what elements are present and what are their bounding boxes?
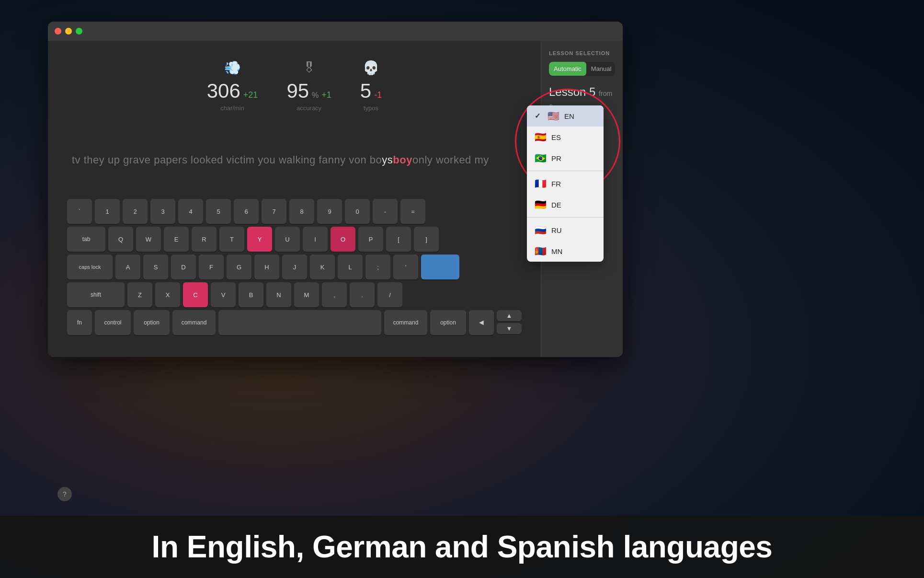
key-command-left[interactable]: command [172,310,216,335]
typed-text: tv they up grave papers looked victim yo… [72,151,382,168]
typos-number: 5 [360,80,371,103]
key-left[interactable]: ◄ [469,310,494,335]
future-text: only worked my [412,151,489,168]
key-comma[interactable]: , [322,282,347,307]
key-7[interactable]: 7 [262,199,286,224]
key-s[interactable]: S [143,254,168,279]
key-row-bottom: fn control option command command option… [67,310,522,335]
key-u[interactable]: U [275,227,300,252]
key-1[interactable]: 1 [95,199,120,224]
language-dropdown[interactable]: ✓ 🇺🇸 EN 🇪🇸 ES 🇧🇷 PR 🇫🇷 FR 🇩🇪 DE 🇷🇺 RU 🇲🇳… [527,105,604,262]
key-r[interactable]: R [192,227,217,252]
lang-es: ES [551,133,561,141]
key-0[interactable]: 0 [345,199,370,224]
lang-fr: FR [551,180,561,188]
maximize-button[interactable] [76,28,82,35]
key-o[interactable]: O [331,227,355,252]
speed-number: 306 [207,80,240,103]
minimize-button[interactable] [65,28,72,35]
key-lbracket[interactable]: [ [386,227,411,252]
accuracy-label: accuracy [297,104,321,112]
key-return[interactable] [421,254,459,279]
key-row-numbers: ` 1 2 3 4 5 6 7 8 9 0 - = [67,199,522,224]
flag-mn: 🇲🇳 [535,245,547,257]
key-d[interactable]: D [171,254,196,279]
key-option-right[interactable]: option [430,310,466,335]
key-space[interactable] [218,310,381,335]
dropdown-item-de[interactable]: 🇩🇪 DE [527,194,604,215]
key-down[interactable]: ▼ [497,323,522,334]
dropdown-item-en[interactable]: ✓ 🇺🇸 EN [527,105,604,127]
key-backtick[interactable]: ` [67,199,92,224]
key-j[interactable]: J [282,254,307,279]
lang-pr: PR [551,154,561,162]
flag-de: 🇩🇪 [535,199,547,210]
key-command-right[interactable]: command [384,310,427,335]
key-capslock[interactable]: caps lock [67,254,113,279]
key-v[interactable]: V [211,282,236,307]
lesson-mode-toggle[interactable]: Automatic Manual [549,62,615,76]
key-f[interactable]: F [199,254,224,279]
key-tab[interactable]: tab [67,227,105,252]
key-g[interactable]: G [227,254,251,279]
key-c[interactable]: C [183,282,208,307]
key-4[interactable]: 4 [178,199,203,224]
speed-label: char/min [220,104,244,112]
speed-value: 306 +21 [207,80,258,103]
banner-text: In English, German and Spanish languages [152,529,773,565]
key-period[interactable]: . [350,282,375,307]
key-up[interactable]: ▲ [497,310,522,321]
lang-de: DE [551,201,561,209]
key-fn[interactable]: fn [67,310,92,335]
key-e[interactable]: E [164,227,189,252]
key-8[interactable]: 8 [289,199,314,224]
key-m[interactable]: M [294,282,319,307]
key-2[interactable]: 2 [123,199,148,224]
key-p[interactable]: P [358,227,383,252]
key-6[interactable]: 6 [234,199,259,224]
toggle-manual[interactable]: Manual [586,62,615,76]
dropdown-divider-2 [527,217,604,218]
key-x[interactable]: X [155,282,180,307]
dropdown-item-mn[interactable]: 🇲🇳 MN [527,241,604,262]
typos-delta: -1 [374,90,382,100]
key-y[interactable]: Y [247,227,272,252]
key-i[interactable]: I [303,227,328,252]
key-k[interactable]: K [310,254,335,279]
key-q[interactable]: Q [108,227,133,252]
key-3[interactable]: 3 [150,199,175,224]
key-control[interactable]: control [95,310,131,335]
key-shift-left[interactable]: shift [67,282,125,307]
key-w[interactable]: W [136,227,161,252]
toggle-automatic[interactable]: Automatic [549,62,586,76]
flag-ru: 🇷🇺 [535,224,547,236]
help-button[interactable]: ? [57,487,72,501]
key-n[interactable]: N [266,282,291,307]
key-rbracket[interactable]: ] [414,227,439,252]
key-5[interactable]: 5 [206,199,231,224]
dropdown-item-es[interactable]: 🇪🇸 ES [527,127,604,148]
stat-speed: 💨 306 +21 char/min [207,60,258,112]
key-h[interactable]: H [254,254,279,279]
accuracy-icon: 🎖 [302,60,316,76]
key-z[interactable]: Z [127,282,152,307]
key-equals[interactable]: = [400,199,425,224]
key-quote[interactable]: ' [393,254,418,279]
current-word: boy [393,151,412,168]
dropdown-item-ru[interactable]: 🇷🇺 RU [527,220,604,241]
key-option-left[interactable]: option [134,310,170,335]
key-t[interactable]: T [219,227,244,252]
dropdown-item-pr[interactable]: 🇧🇷 PR [527,148,604,169]
close-button[interactable] [55,28,61,35]
key-l[interactable]: L [338,254,363,279]
key-a[interactable]: A [115,254,140,279]
key-slash[interactable]: / [377,282,402,307]
check-icon: ✓ [535,112,541,120]
key-9[interactable]: 9 [317,199,342,224]
flag-us: 🇺🇸 [548,110,559,122]
key-minus[interactable]: - [373,199,398,224]
dropdown-item-fr[interactable]: 🇫🇷 FR [527,173,604,194]
key-semicolon[interactable]: ; [365,254,390,279]
title-bar [48,22,623,41]
key-b[interactable]: B [239,282,263,307]
